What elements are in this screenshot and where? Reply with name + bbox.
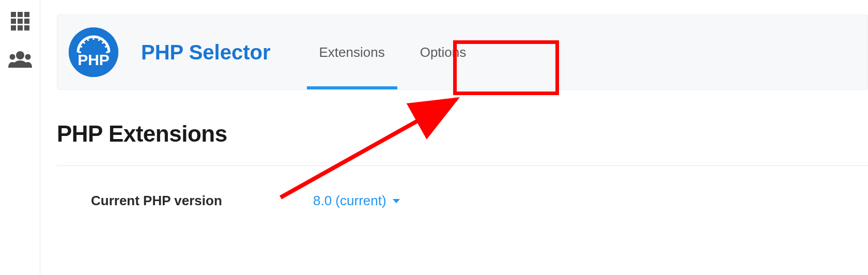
svg-rect-8 bbox=[24, 25, 29, 30]
tabs: Extensions Options bbox=[302, 15, 484, 89]
svg-line-18 bbox=[87, 38, 88, 41]
tab-label: Options bbox=[420, 44, 467, 60]
svg-rect-1 bbox=[18, 12, 23, 17]
svg-line-19 bbox=[99, 38, 100, 41]
svg-point-11 bbox=[25, 54, 30, 60]
svg-line-21 bbox=[105, 46, 108, 47]
app-title: PHP Selector bbox=[141, 41, 271, 64]
svg-rect-2 bbox=[24, 12, 29, 17]
apps-grid-icon[interactable] bbox=[8, 9, 32, 33]
php-logo-icon: PHP bbox=[69, 27, 118, 77]
chevron-down-icon bbox=[393, 199, 400, 203]
main: PHP PHP Selector Extensions Options PHP … bbox=[40, 0, 868, 275]
tab-extensions[interactable]: Extensions bbox=[302, 15, 402, 89]
sidebar bbox=[0, 0, 40, 275]
svg-rect-4 bbox=[18, 19, 23, 24]
svg-rect-3 bbox=[11, 19, 16, 24]
svg-rect-7 bbox=[18, 25, 23, 30]
svg-rect-0 bbox=[11, 12, 16, 17]
header-bar: PHP PHP Selector Extensions Options bbox=[57, 14, 868, 90]
users-icon[interactable] bbox=[8, 48, 32, 71]
svg-line-20 bbox=[80, 46, 83, 47]
svg-rect-6 bbox=[11, 25, 16, 30]
current-php-version-label: Current PHP version bbox=[91, 193, 313, 209]
svg-point-10 bbox=[9, 54, 15, 60]
svg-rect-5 bbox=[24, 19, 29, 24]
current-php-version-value: 8.0 (current) bbox=[313, 193, 386, 209]
tab-options[interactable]: Options bbox=[402, 15, 484, 89]
tab-label: Extensions bbox=[319, 44, 385, 60]
content: PHP Extensions Current PHP version 8.0 (… bbox=[40, 90, 868, 209]
svg-text:PHP: PHP bbox=[78, 51, 110, 68]
section-title: PHP Extensions bbox=[57, 121, 868, 147]
current-php-version-dropdown[interactable]: 8.0 (current) bbox=[313, 193, 400, 209]
current-php-version-row: Current PHP version 8.0 (current) bbox=[57, 166, 868, 209]
svg-point-9 bbox=[16, 51, 24, 59]
